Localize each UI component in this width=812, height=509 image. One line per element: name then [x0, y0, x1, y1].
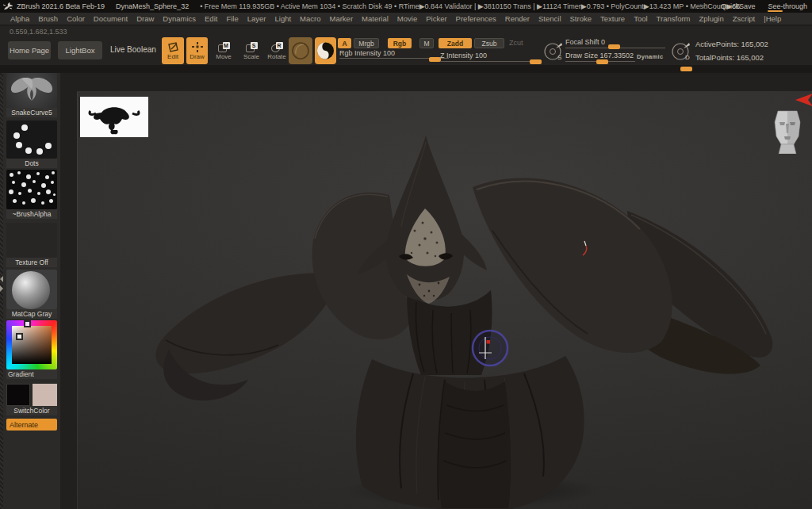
menu-item-layer[interactable]: Layer	[247, 14, 266, 23]
stroke-type-button[interactable]	[315, 37, 336, 64]
saturation-marker[interactable]	[16, 333, 23, 340]
rotate-label: Rotate	[267, 53, 286, 60]
scale-button[interactable]: S Scale	[239, 37, 264, 64]
alternate-control[interactable]: Alternate	[6, 419, 57, 431]
menu-item-file[interactable]: File	[226, 14, 238, 23]
menu-item-light[interactable]: Light	[274, 14, 291, 23]
draw-size-handle[interactable]	[596, 59, 608, 64]
shelf-scrollbar[interactable]	[0, 65, 812, 73]
menu-item-movie[interactable]: Movie	[397, 14, 417, 23]
draw-size-slider-label: Draw Size 167.33502	[565, 52, 634, 59]
rgb-intensity-slider-label: Rgb Intensity 100	[339, 49, 395, 57]
alpha-thumbnail[interactable]	[6, 170, 57, 209]
rgb-intensity-handle[interactable]	[429, 57, 441, 62]
draw-button[interactable]: Draw	[186, 37, 208, 64]
home-page-button[interactable]: Home Page	[8, 41, 51, 59]
menu-item-transform[interactable]: Transform	[657, 14, 691, 23]
main-color-swatch[interactable]	[6, 384, 30, 406]
menu-item-dynamics[interactable]: Dynamics	[163, 14, 196, 23]
menu-item-picker[interactable]: Picker	[426, 14, 446, 23]
tray-expand-icon[interactable]	[0, 285, 3, 292]
color-picker-gradient[interactable]	[6, 320, 57, 369]
menu-item-stroke[interactable]: Stroke	[570, 14, 592, 23]
svg-text:S: S	[557, 54, 561, 61]
menu-item-stencil[interactable]: Stencil	[538, 14, 561, 23]
menu-item-draw[interactable]: Draw	[136, 14, 154, 23]
current-material-selector[interactable]: MatCap Gray	[6, 270, 57, 319]
canvas-area[interactable]	[60, 73, 812, 509]
tray-arrow-icon[interactable]	[795, 93, 812, 107]
quicksave-button[interactable]: QuickSave	[721, 2, 756, 10]
menu-item-help[interactable]: |Help	[764, 14, 781, 23]
total-points-readout: TotalPoints: 165,002	[695, 53, 764, 62]
m-button[interactable]: M	[419, 38, 434, 48]
menu-item-preferences[interactable]: Preferences	[456, 14, 496, 23]
menu-item-tool[interactable]: Tool	[634, 14, 647, 23]
focal-shift-handle[interactable]	[608, 44, 620, 49]
menu-item-macro[interactable]: Macro	[300, 14, 320, 23]
menu-item-color[interactable]: Color	[67, 14, 85, 23]
mrgb-button[interactable]: Mrgb	[354, 38, 379, 48]
rotate-icon: R	[271, 42, 283, 52]
see-through-slider[interactable]: See-through	[768, 2, 807, 10]
shelf-scrollbar-handle[interactable]	[680, 67, 692, 71]
menu-item-marker[interactable]: Marker	[330, 14, 354, 23]
gradient-label: Gradient	[6, 369, 57, 379]
tray-collapse-icon[interactable]	[0, 276, 3, 282]
edit-button[interactable]: Edit	[162, 37, 184, 64]
see-through-handle[interactable]	[768, 10, 783, 12]
saturation-square[interactable]	[12, 326, 52, 364]
brush-preview-button[interactable]	[289, 37, 312, 64]
memory-stats-readout: • Free Mem 119.935GB • Active Mem 1034 •…	[200, 2, 740, 10]
material-thumbnail[interactable]	[6, 270, 57, 309]
alpha-on-button[interactable]: A	[338, 38, 351, 48]
texture-thumbnail[interactable]	[6, 223, 57, 258]
alternate-button[interactable]: Alternate	[6, 419, 57, 431]
z-intensity-handle[interactable]	[530, 59, 542, 64]
tray-divider[interactable]	[0, 73, 3, 509]
scale-icon: S	[246, 42, 258, 52]
zbrush-window: ZBrush 2021.6 Beta Feb-19 DynaMesh_Spher…	[0, 0, 812, 509]
menu-item-edit[interactable]: Edit	[205, 14, 217, 23]
menu-item-alpha[interactable]: Alpha	[10, 14, 29, 23]
menu-bar: Alpha Brush Color Document Draw Dynamics…	[0, 13, 812, 25]
zadd-button[interactable]: Zadd	[439, 38, 472, 48]
menu-item-zscript[interactable]: Zscript	[733, 14, 756, 23]
move-button[interactable]: M Move	[210, 37, 237, 64]
current-alpha-selector[interactable]: ~BrushAlpha	[6, 170, 57, 219]
current-texture-selector[interactable]: Texture Off	[6, 223, 57, 267]
menu-item-render[interactable]: Render	[505, 14, 530, 23]
hue-marker[interactable]	[24, 320, 31, 327]
menu-item-texture[interactable]: Texture	[600, 14, 625, 23]
move-icon: M	[218, 42, 230, 52]
menu-item-material[interactable]: Material	[362, 14, 389, 23]
draw-size-dial[interactable]: S	[542, 40, 564, 62]
scale-label: Scale	[243, 53, 259, 60]
z-intensity-slider[interactable]	[440, 61, 541, 62]
zcut-button[interactable]: Zcut	[509, 39, 523, 47]
draw-label: Draw	[190, 53, 205, 60]
switch-color-control[interactable]: SwitchColor	[6, 384, 57, 415]
menu-item-brush[interactable]: Brush	[38, 14, 58, 23]
color-picker[interactable]: Gradient	[6, 320, 57, 379]
current-stroke-selector[interactable]: Dots	[6, 121, 57, 168]
points-dial[interactable]: D	[670, 40, 691, 62]
z-intensity-slider-label: Z Intensity 100	[440, 52, 487, 59]
brush-thumbnail[interactable]	[6, 73, 57, 108]
left-tray: SnakeCurve5 Dots ~Bru	[0, 73, 60, 509]
camview-head[interactable]	[772, 108, 803, 154]
dynamic-mode-toggle[interactable]: Dynamic	[637, 53, 663, 60]
ac-toggle[interactable]: AC	[698, 2, 708, 10]
zsub-button[interactable]: Zsub	[474, 38, 504, 48]
menu-item-document[interactable]: Document	[94, 14, 128, 23]
svg-text:D: D	[685, 54, 690, 61]
rgb-button[interactable]: Rgb	[388, 38, 412, 48]
stroke-thumbnail[interactable]	[6, 121, 57, 159]
menu-item-zplugin[interactable]: Zplugin	[699, 14, 724, 23]
lightbox-button[interactable]: LightBox	[58, 41, 102, 59]
current-brush-selector[interactable]: SnakeCurve5	[6, 73, 57, 117]
live-boolean-button[interactable]: Live Boolean	[110, 45, 156, 54]
secondary-color-swatch[interactable]	[33, 384, 57, 406]
sculpt-viewport[interactable]	[77, 91, 812, 509]
rotate-button[interactable]: R Rotate	[264, 37, 289, 64]
